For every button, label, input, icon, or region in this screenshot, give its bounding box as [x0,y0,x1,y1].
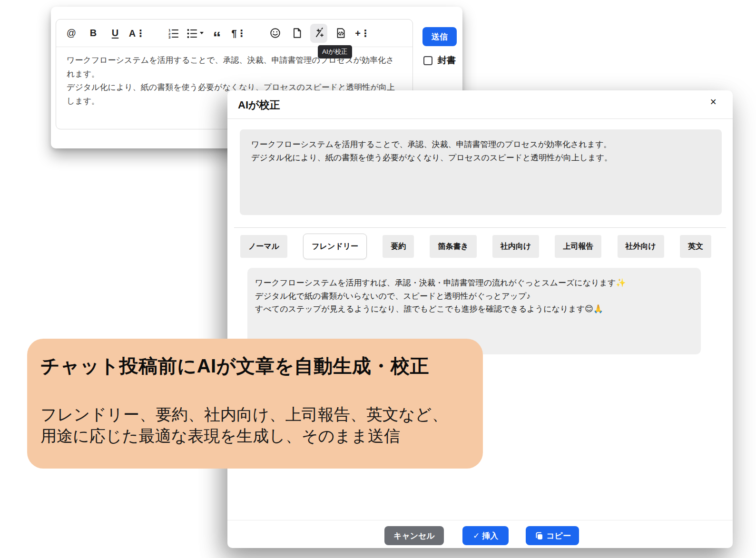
close-icon[interactable]: × [710,97,717,108]
callout-body: フレンドリー、要約、社内向け、上司報告、英文など、 用途に応じた最適な表現を生成… [40,404,470,447]
quote-glyph: “ [213,35,221,39]
seal-letter-checkbox[interactable] [423,56,432,65]
emoji-icon[interactable] [266,24,284,43]
original-text-box: ワークフローシステムを活用することで、承認、決裁、申請書管理のプロセスが効率化さ… [240,129,722,215]
tab-external[interactable]: 社外向け [618,235,664,258]
tabs-divider [234,227,726,228]
paragraph-icon[interactable]: ¶⋮ [230,24,247,43]
send-button[interactable]: 送信 [422,27,457,46]
copy-button-label: コピー [546,530,571,541]
message-line: ワークフローシステムを活用することで、承認、決裁、申請書管理のプロセスが効率化さ [67,54,419,68]
modal-title: AIが校正 [238,98,280,112]
check-icon: ✓ [473,531,480,541]
tab-bullet-points[interactable]: 箇条書き [430,235,476,258]
ai-proofread-tooltip: AIが校正 [318,45,352,59]
ai-proofread-modal: AIが校正 × ワークフローシステムを活用することで、承認、決裁、申請書管理のプ… [227,90,733,548]
tab-normal[interactable]: ノーマル [240,235,287,258]
attach-file-icon[interactable] [288,24,305,43]
cancel-button[interactable]: キャンセル [384,526,444,545]
insert-button[interactable]: ✓ 挿入 [462,526,509,545]
underline-icon[interactable]: U [107,24,124,43]
tab-boss-report[interactable]: 上司報告 [555,235,601,258]
tab-english[interactable]: 英文 [680,235,711,258]
copy-icon [534,531,544,541]
annotation-callout: チャット投稿前にAIが文章を自動生成・校正 フレンドリー、要約、社内向け、上司報… [27,339,483,469]
footer-divider [227,520,733,520]
insert-more-glyph: +⋮ [355,28,370,39]
quote-icon[interactable]: “ [208,24,226,43]
callout-body-line: フレンドリー、要約、社内向け、上司報告、英文など、 [40,404,470,425]
original-text-line: デジタル化により、紙の書類を使う必要がなくなり、プロセスのスピードと透明性が向上… [251,151,710,165]
ai-proofread-icon[interactable] [310,24,327,43]
message-line: れます。 [67,68,419,81]
insert-more-icon[interactable]: +⋮ [354,24,371,43]
copy-button[interactable]: コピー [526,526,579,545]
callout-body-line: 用途に応じた最適な表現を生成し、そのまま送信 [40,425,470,447]
code-block-icon[interactable] [332,24,349,43]
mention-glyph: @ [67,28,76,39]
generated-text-line: デジタル化で紙の書類がいらないので、スピードと透明性がぐっとアップ♪ [255,290,691,303]
seal-letter-label: 封書 [438,54,456,67]
generated-text-line: すべてのステップが見えるようになり、誰でもどこでも進捗を確認できるようになります… [255,303,691,316]
tab-summary[interactable]: 要約 [383,235,414,258]
editor-toolbar: @ B U A⋮ 123 [56,20,412,47]
bullet-list-icon[interactable] [187,24,204,43]
original-text-line: ワークフローシステムを活用することで、承認、決裁、申請書管理のプロセスが効率化さ… [251,138,710,151]
bold-glyph: B [90,28,97,39]
paragraph-glyph: ¶⋮ [231,28,246,39]
chevron-down-icon [200,32,204,34]
callout-title: チャット投稿前にAIが文章を自動生成・校正 [40,353,470,379]
tab-internal[interactable]: 社内向け [492,235,539,258]
underline-glyph: U [112,28,118,39]
bold-icon[interactable]: B [85,24,102,43]
modal-header: AIが校正 × [227,90,733,119]
ordered-list-icon[interactable]: 123 [165,24,182,43]
insert-button-label: 挿入 [482,530,498,541]
generated-text-line: ワークフローシステムを活用すれば、承認・決裁・申請書管理の流れがぐっとスムーズに… [255,276,691,290]
seal-letter-option: 封書 [423,54,456,67]
text-style-icon[interactable]: A⋮ [128,24,146,43]
svg-text:3: 3 [168,35,171,39]
style-tabs: ノーマル フレンドリー 要約 箇条書き 社内向け 上司報告 社外向け 英文 [240,235,711,261]
tab-friendly[interactable]: フレンドリー [303,234,367,259]
text-style-glyph: A⋮ [129,28,145,39]
mention-icon[interactable]: @ [63,24,80,43]
